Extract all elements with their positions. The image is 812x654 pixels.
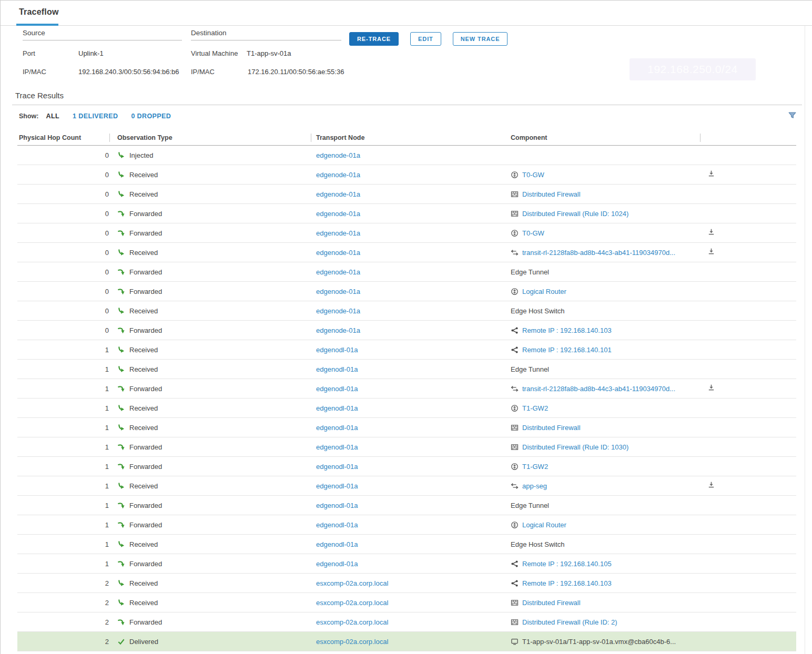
transport-node-link[interactable]: edgenodl-01a — [311, 385, 505, 393]
component-label[interactable]: transit-rl-2128fa8b-ad8b-44c3-ab41-11903… — [522, 385, 675, 393]
component-label[interactable]: T0-GW — [522, 229, 544, 237]
table-row[interactable]: 1 Forwarded edgenodl-01a Remote IP : 192… — [17, 554, 796, 574]
transport-node-link[interactable]: esxcomp-02a.corp.local — [311, 618, 505, 626]
download-icon[interactable] — [707, 248, 715, 256]
transport-node-link[interactable]: edgenodl-01a — [311, 424, 505, 432]
table-row[interactable]: 0 Received edgenode-01a Edge Host Switch — [17, 301, 796, 321]
transport-node-link[interactable]: edgenodl-01a — [311, 502, 505, 509]
transport-node-link[interactable]: edgenode-01a — [311, 307, 505, 315]
component-label[interactable]: Distributed Firewall — [522, 424, 581, 432]
download-icon[interactable] — [707, 384, 715, 392]
table-row[interactable]: 2 Received esxcomp-02a.corp.local Distri… — [17, 593, 796, 612]
source-ipmac-label: IP/MAC — [23, 68, 46, 76]
table-row[interactable]: 2 Forwarded esxcomp-02a.corp.local Distr… — [17, 612, 796, 632]
edit-button[interactable]: EDIT — [410, 32, 441, 46]
table-row[interactable]: 0 Injected edgenode-01a — [17, 146, 796, 165]
component-label[interactable]: Distributed Firewall — [522, 190, 581, 198]
component-label[interactable]: app-seg — [522, 482, 547, 490]
component-label[interactable]: Logical Router — [522, 288, 566, 295]
received-icon — [117, 579, 125, 587]
hop-count: 0 — [17, 268, 109, 276]
download-icon[interactable] — [707, 481, 715, 489]
component-label[interactable]: Distributed Firewall (Rule ID: 1030) — [522, 443, 628, 451]
transport-node-link[interactable]: edgenodl-01a — [311, 560, 505, 568]
transport-node-link[interactable]: edgenodl-01a — [311, 365, 505, 373]
table-row[interactable]: 1 Received edgenodl-01a Remote IP : 192.… — [17, 340, 796, 360]
transport-node-link[interactable]: edgenode-01a — [311, 229, 505, 237]
component-label[interactable]: transit-rl-2128fa8b-ad8b-44c3-ab41-11903… — [522, 249, 675, 257]
transport-node-link[interactable]: edgenode-01a — [311, 326, 505, 334]
table-row[interactable]: 1 Forwarded edgenodl-01a Logical Router — [17, 515, 796, 535]
traceflow-page: Traceflow Source Destination Port Uplink… — [0, 0, 812, 654]
filter-icon[interactable] — [788, 111, 797, 120]
component-label[interactable]: Logical Router — [522, 521, 566, 529]
transport-node-link[interactable]: edgenode-01a — [311, 288, 505, 295]
download-icon[interactable] — [707, 228, 715, 236]
transport-node-link[interactable]: edgenode-01a — [311, 190, 505, 198]
transport-node-link[interactable]: edgenodl-01a — [311, 540, 505, 548]
transport-node-link[interactable]: edgenodl-01a — [311, 463, 505, 471]
forwarded-icon — [117, 268, 125, 276]
table-row[interactable]: 0 Received edgenode-01a Distributed Fire… — [17, 185, 796, 204]
transport-node-link[interactable]: edgenodl-01a — [311, 482, 505, 490]
filter-dropped[interactable]: 0 DROPPED — [131, 113, 171, 120]
new-trace-button[interactable]: NEW TRACE — [453, 32, 508, 46]
transport-node-link[interactable]: edgenode-01a — [311, 151, 505, 159]
component-cell: Edge Host Switch — [505, 540, 700, 548]
observation-type-cell: Forwarded — [109, 385, 311, 393]
component-label[interactable]: Distributed Firewall (Rule ID: 1024) — [522, 210, 628, 218]
component-label[interactable]: T1-GW2 — [522, 463, 548, 471]
transport-node-link[interactable]: esxcomp-02a.corp.local — [311, 599, 505, 607]
transport-node-link[interactable]: esxcomp-02a.corp.local — [311, 638, 505, 646]
table-row[interactable]: 1 Forwarded edgenodl-01a Edge Tunnel — [17, 496, 796, 515]
table-row[interactable]: 1 Forwarded edgenodl-01a T1-GW2 — [17, 457, 796, 476]
row-actions — [700, 384, 796, 393]
component-label[interactable]: Distributed Firewall (Rule ID: 2) — [522, 618, 617, 626]
transport-node-link[interactable]: edgenodl-01a — [311, 346, 505, 354]
table-row[interactable]: 1 Received edgenodl-01a T1-GW2 — [17, 398, 796, 418]
component-label[interactable]: Remote IP : 192.168.140.101 — [522, 346, 612, 354]
table-row[interactable]: 0 Received edgenode-01a transit-rl-2128f… — [17, 243, 796, 262]
transport-node-link[interactable]: edgenode-01a — [311, 210, 505, 218]
table-row[interactable]: 2 Delivered esxcomp-02a.corp.local T1-ap… — [17, 632, 796, 651]
col-actions — [700, 130, 796, 145]
transport-node-link[interactable]: edgenode-01a — [311, 268, 505, 276]
table-row[interactable]: 1 Received edgenodl-01a Edge Tunnel — [17, 360, 796, 379]
col-transport-node: Transport Node — [311, 130, 505, 145]
component-label[interactable]: T0-GW — [522, 171, 544, 179]
filter-delivered[interactable]: 1 DELIVERED — [73, 113, 118, 120]
table-row[interactable]: 0 Forwarded edgenode-01a Remote IP : 192… — [17, 321, 796, 340]
transport-node-link[interactable]: esxcomp-02a.corp.local — [311, 579, 505, 587]
table-row[interactable]: 1 Received edgenodl-01a Distributed Fire… — [17, 418, 796, 437]
component-label[interactable]: Remote IP : 192.168.140.103 — [522, 326, 612, 334]
transport-node-link[interactable]: edgenodl-01a — [311, 443, 505, 451]
table-row[interactable]: 2 Received esxcomp-02a.corp.local Remote… — [17, 574, 796, 593]
table-row[interactable]: 0 Forwarded edgenode-01a Edge Tunnel — [17, 262, 796, 282]
hop-count: 0 — [17, 229, 109, 237]
transport-node-link[interactable]: edgenode-01a — [311, 171, 505, 179]
source-underline — [23, 40, 182, 40]
table-row[interactable]: 0 Received edgenode-01a T0-GW — [17, 165, 796, 185]
hop-count: 2 — [17, 579, 109, 587]
component-cell: Distributed Firewall (Rule ID: 1024) — [505, 210, 700, 218]
table-row[interactable]: 0 Forwarded edgenode-01a Distributed Fir… — [17, 204, 796, 223]
hop-count: 1 — [17, 560, 109, 568]
transport-node-link[interactable]: edgenode-01a — [311, 249, 505, 257]
filter-all[interactable]: ALL — [46, 113, 60, 120]
table-row[interactable]: 0 Forwarded edgenode-01a T0-GW — [17, 223, 796, 243]
table-row[interactable]: 1 Forwarded edgenodl-01a Distributed Fir… — [17, 437, 796, 457]
component-cell: Edge Host Switch — [505, 307, 700, 315]
table-row[interactable]: 1 Received edgenodl-01a Edge Host Switch — [17, 535, 796, 554]
re-trace-button[interactable]: RE-TRACE — [349, 32, 399, 46]
component-label[interactable]: Remote IP : 192.168.140.103 — [522, 579, 612, 587]
table-row[interactable]: 1 Received edgenodl-01a app-seg — [17, 476, 796, 496]
transport-node-link[interactable]: edgenodl-01a — [311, 521, 505, 529]
component-label[interactable]: T1-GW2 — [522, 404, 548, 412]
table-row[interactable]: 1 Forwarded edgenodl-01a transit-rl-2128… — [17, 379, 796, 398]
download-icon[interactable] — [707, 170, 715, 178]
table-row[interactable]: 0 Forwarded edgenode-01a Logical Router — [17, 282, 796, 301]
component-label[interactable]: Remote IP : 192.168.140.105 — [522, 560, 612, 568]
component-label[interactable]: Distributed Firewall — [522, 599, 581, 607]
component-cell: T1-app-sv-01a/T1-app-sv-01a.vmx@cba60c4b… — [505, 638, 700, 646]
transport-node-link[interactable]: edgenodl-01a — [311, 404, 505, 412]
